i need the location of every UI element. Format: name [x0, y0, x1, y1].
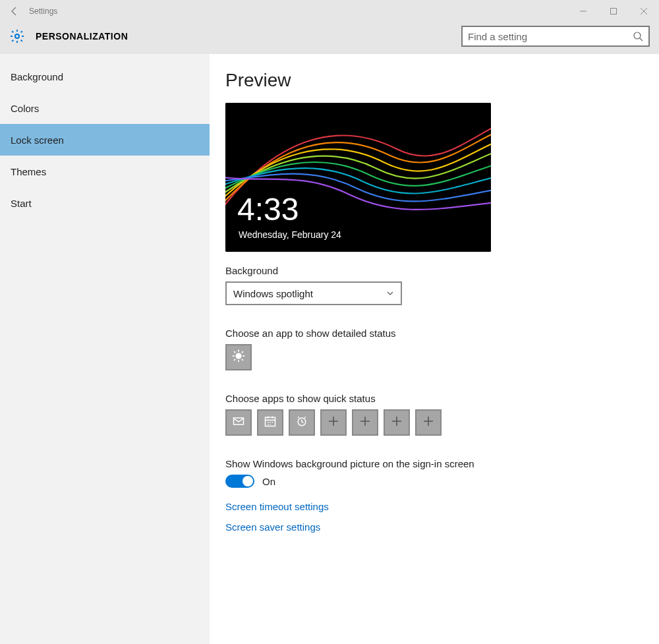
plus-icon	[359, 415, 371, 430]
search-box[interactable]	[461, 26, 650, 47]
preview-heading: Preview	[225, 70, 643, 91]
quick-app-alarms[interactable]	[289, 409, 315, 436]
sidebar-item-label: Colors	[11, 103, 39, 114]
sidebar-item-start[interactable]: Start	[0, 187, 210, 219]
preview-time: 4:33	[237, 194, 299, 225]
svg-line-4	[640, 38, 643, 41]
link-screen-timeout[interactable]: Screen timeout settings	[225, 501, 643, 512]
detailed-status-label: Choose an app to show detailed status	[225, 328, 643, 339]
quick-app-add-2[interactable]	[352, 409, 378, 436]
quick-app-calendar[interactable]	[257, 409, 283, 436]
svg-line-14	[242, 351, 243, 353]
toggle-knob	[243, 476, 253, 486]
sidebar-item-label: Lock screen	[11, 134, 64, 146]
svg-point-20	[268, 422, 269, 423]
svg-line-11	[234, 351, 235, 353]
quick-app-add-4[interactable]	[415, 409, 442, 436]
window-title: Settings	[29, 7, 568, 16]
svg-line-13	[234, 359, 235, 361]
preview-date: Wednesday, February 24	[239, 229, 341, 240]
svg-point-6	[235, 353, 241, 359]
plus-icon	[422, 415, 434, 430]
alarm-icon	[295, 415, 308, 430]
mail-icon	[232, 415, 245, 430]
sidebar-item-label: Themes	[11, 166, 46, 177]
section-title: PERSONALIZATION	[36, 31, 461, 42]
background-label: Background	[225, 265, 643, 276]
svg-point-21	[270, 422, 271, 423]
svg-rect-1	[611, 9, 617, 15]
signin-bg-toggle[interactable]	[225, 475, 254, 488]
quick-app-mail[interactable]	[225, 409, 252, 436]
signin-bg-toggle-state: On	[262, 476, 275, 487]
chevron-down-icon	[386, 288, 394, 299]
weather-icon	[231, 349, 246, 366]
plus-icon	[391, 415, 403, 430]
detailed-app-weather[interactable]	[225, 344, 252, 370]
svg-point-24	[270, 424, 271, 425]
back-button[interactable]	[0, 0, 29, 22]
quick-app-add-3[interactable]	[384, 409, 410, 436]
background-select[interactable]: Windows spotlight	[225, 281, 402, 305]
background-selected-value: Windows spotlight	[233, 288, 313, 299]
link-screen-saver[interactable]: Screen saver settings	[225, 521, 643, 533]
sidebar: Background Colors Lock screen Themes Sta…	[0, 54, 210, 644]
sidebar-item-background[interactable]: Background	[0, 61, 210, 92]
close-button[interactable]	[629, 0, 659, 22]
svg-line-12	[242, 359, 243, 361]
sidebar-item-colors[interactable]: Colors	[0, 92, 210, 124]
svg-point-22	[272, 422, 273, 423]
sidebar-item-themes[interactable]: Themes	[0, 156, 210, 187]
maximize-button[interactable]	[598, 0, 629, 22]
sidebar-item-label: Background	[11, 71, 63, 82]
header: PERSONALIZATION	[0, 22, 659, 54]
svg-point-2	[15, 34, 19, 38]
search-input[interactable]	[468, 31, 633, 42]
minimize-button[interactable]	[568, 0, 598, 22]
svg-point-23	[268, 424, 269, 425]
lock-screen-preview: 4:33 Wednesday, February 24	[225, 103, 491, 252]
quick-status-label: Choose apps to show quick status	[225, 393, 643, 404]
quick-app-add-1[interactable]	[320, 409, 347, 436]
sidebar-item-label: Start	[11, 198, 32, 209]
plus-icon	[328, 415, 339, 430]
content: Preview 4:33 Wednesday, February 24 Back…	[210, 54, 659, 644]
titlebar: Settings	[0, 0, 659, 22]
gear-icon	[9, 28, 25, 44]
sidebar-item-lock-screen[interactable]: Lock screen	[0, 124, 210, 156]
search-icon	[633, 31, 643, 42]
signin-bg-label: Show Windows background picture on the s…	[225, 458, 643, 469]
calendar-icon	[264, 415, 277, 430]
svg-point-3	[634, 32, 641, 39]
